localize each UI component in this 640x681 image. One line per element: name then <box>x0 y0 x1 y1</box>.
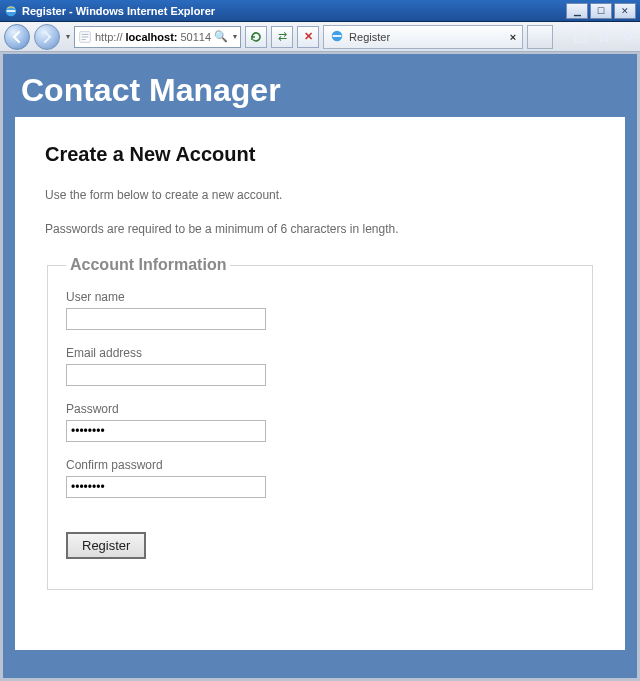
refresh-button[interactable] <box>245 26 267 48</box>
account-fieldset: Account Information User name Email addr… <box>47 256 593 590</box>
url-host: localhost: <box>126 31 178 43</box>
intro-text: Use the form below to create a new accou… <box>45 188 595 202</box>
browser-toolbar: ▾ http://localhost:50114 🔍 ▾ ⇄ ✕ Registe… <box>0 22 640 52</box>
stop-button[interactable]: ✕ <box>297 26 319 48</box>
confirm-password-label: Confirm password <box>66 458 574 472</box>
browser-viewport: Contact Manager Create a New Account Use… <box>0 52 640 681</box>
nav-forward-button[interactable] <box>34 24 60 50</box>
page-body: Contact Manager Create a New Account Use… <box>15 72 625 672</box>
password-note: Passwords are required to be a minimum o… <box>45 222 595 236</box>
window-close-button[interactable]: ✕ <box>614 3 636 19</box>
username-label: User name <box>66 290 574 304</box>
address-bar[interactable]: http://localhost:50114 🔍 ▾ <box>74 26 241 48</box>
tools-icon[interactable] <box>620 29 636 45</box>
compat-view-button[interactable]: ⇄ <box>271 26 293 48</box>
fieldset-legend: Account Information <box>66 256 230 274</box>
page-heading: Create a New Account <box>45 143 595 166</box>
url-scheme: http:// <box>95 31 123 43</box>
toolbar-right-icons <box>572 29 636 45</box>
new-tab-button[interactable] <box>527 25 553 49</box>
favorites-icon[interactable] <box>596 29 612 45</box>
username-input[interactable] <box>66 308 266 330</box>
window-minimize-button[interactable]: ▁ <box>566 3 588 19</box>
browser-tab[interactable]: Register × <box>323 25 523 49</box>
confirm-password-input[interactable] <box>66 476 266 498</box>
email-field: Email address <box>66 346 574 386</box>
password-field: Password <box>66 402 574 442</box>
content-card: Create a New Account Use the form below … <box>15 117 625 650</box>
window-titlebar: Register - Windows Internet Explorer ▁ ☐… <box>0 0 640 22</box>
email-label: Email address <box>66 346 574 360</box>
confirm-password-field: Confirm password <box>66 458 574 498</box>
ie-logo-icon <box>4 4 18 18</box>
register-button[interactable]: Register <box>66 532 146 559</box>
username-field: User name <box>66 290 574 330</box>
window-maximize-button[interactable]: ☐ <box>590 3 612 19</box>
email-input[interactable] <box>66 364 266 386</box>
nav-back-button[interactable] <box>4 24 30 50</box>
svg-point-3 <box>625 34 631 40</box>
password-label: Password <box>66 402 574 416</box>
nav-history-dropdown[interactable]: ▾ <box>66 32 70 41</box>
home-icon[interactable] <box>572 29 588 45</box>
password-input[interactable] <box>66 420 266 442</box>
address-dropdown[interactable]: ▾ <box>233 32 237 41</box>
site-brand: Contact Manager <box>21 72 625 109</box>
url-port: 50114 <box>180 31 211 43</box>
tab-title: Register <box>349 31 390 43</box>
ie-tab-icon <box>330 29 344 45</box>
window-title: Register - Windows Internet Explorer <box>22 5 566 17</box>
page-icon <box>78 30 92 44</box>
tab-close-button[interactable]: × <box>510 31 516 43</box>
search-icon[interactable]: 🔍 <box>214 30 228 43</box>
